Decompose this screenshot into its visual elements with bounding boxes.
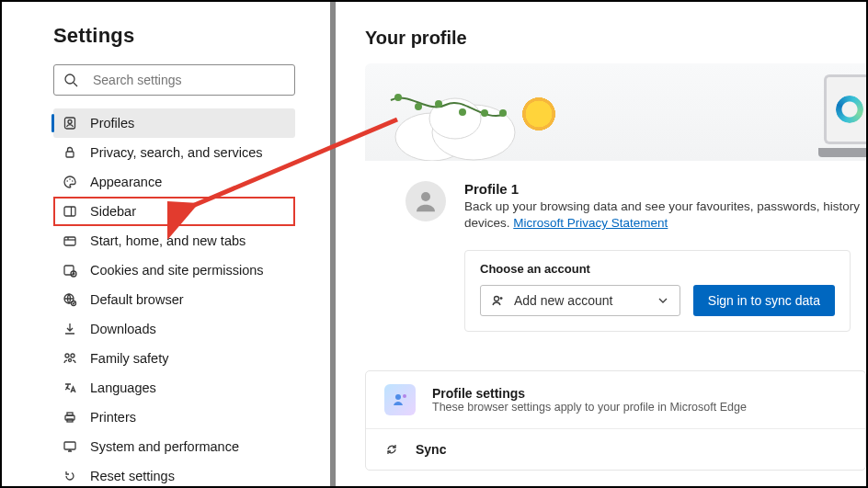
sidebar-item-label: Appearance <box>90 175 162 189</box>
svg-point-34 <box>495 297 499 301</box>
svg-point-0 <box>65 74 74 84</box>
svg-point-18 <box>71 354 74 357</box>
sync-row[interactable]: Sync <box>366 428 865 470</box>
svg-rect-10 <box>64 237 75 245</box>
svg-point-33 <box>421 192 430 201</box>
sidebar-item-label: Languages <box>90 380 156 395</box>
profile-name: Profile 1 <box>464 181 860 197</box>
sidebar-icon <box>63 204 77 219</box>
svg-line-1 <box>74 83 77 86</box>
svg-point-17 <box>65 354 69 357</box>
main-panel: Your profile Profile 1 Back u <box>336 2 866 486</box>
sidebar-item-label: Default browser <box>90 292 184 307</box>
svg-rect-21 <box>67 413 73 415</box>
sidebar-item-label: Profiles <box>90 116 134 131</box>
profile-icon <box>63 116 77 131</box>
edge-logo-icon <box>836 96 863 123</box>
sidebar-item-privacy[interactable]: Privacy, search, and services <box>53 138 295 167</box>
sidebar-item-start[interactable]: Start, home, and new tabs <box>53 226 295 255</box>
tabs-icon <box>63 233 77 248</box>
language-icon <box>63 380 77 395</box>
sidebar-item-cookies[interactable]: Cookies and site permissions <box>53 255 295 285</box>
cookies-icon <box>63 263 77 278</box>
family-icon <box>63 351 77 366</box>
profile-description: Back up your browsing data and see your … <box>464 199 860 232</box>
laptop-graphic <box>818 74 866 157</box>
reset-icon <box>63 469 77 483</box>
sidebar-item-label: Downloads <box>90 322 156 336</box>
svg-point-19 <box>69 359 72 362</box>
svg-point-29 <box>435 100 442 108</box>
settings-sidebar: Settings Profiles Privacy, search, and s… <box>2 2 328 486</box>
account-dropdown-label: Add new account <box>514 293 612 308</box>
sign-in-button[interactable]: Sign in to sync data <box>693 285 835 316</box>
choose-account-box: Choose an account Add new account Sign i… <box>464 250 851 332</box>
privacy-statement-link[interactable]: Microsoft Privacy Statement <box>513 216 668 230</box>
sidebar-item-profiles[interactable]: Profiles <box>53 108 295 138</box>
account-dropdown[interactable]: Add new account <box>480 285 680 316</box>
sidebar-item-label: Reset settings <box>90 469 175 483</box>
svg-point-32 <box>499 109 507 117</box>
sidebar-item-appearance[interactable]: Appearance <box>53 167 295 197</box>
cloud-graphic <box>382 82 538 161</box>
svg-point-6 <box>69 178 71 180</box>
svg-point-36 <box>403 394 406 398</box>
svg-point-27 <box>394 94 402 101</box>
svg-point-5 <box>66 180 68 182</box>
download-icon <box>63 322 77 336</box>
sidebar-item-languages[interactable]: Languages <box>53 373 295 403</box>
chevron-down-icon <box>656 293 670 308</box>
sidebar-item-sidebar[interactable]: Sidebar <box>53 197 295 226</box>
settings-nav: Profiles Privacy, search, and services A… <box>53 108 295 488</box>
sidebar-item-downloads[interactable]: Downloads <box>53 314 295 344</box>
person-add-icon <box>490 293 505 308</box>
profile-settings-title: Profile settings <box>432 386 747 401</box>
svg-point-7 <box>72 180 74 182</box>
sync-icon <box>384 442 399 457</box>
profile-settings-subtitle: These browser settings apply to your pro… <box>432 401 747 414</box>
lock-icon <box>63 145 77 160</box>
palette-icon <box>63 175 77 189</box>
svg-rect-4 <box>66 152 74 157</box>
svg-point-30 <box>459 108 466 116</box>
sidebar-item-system[interactable]: System and performance <box>53 432 295 461</box>
settings-title: Settings <box>53 24 295 48</box>
sidebar-item-reset[interactable]: Reset settings <box>53 461 295 488</box>
search-input[interactable] <box>93 73 285 87</box>
sidebar-item-label: Family safety <box>90 351 168 366</box>
profile-card: Profile 1 Back up your browsing data and… <box>365 161 866 352</box>
system-icon <box>63 439 77 454</box>
profile-hero-banner <box>365 63 866 161</box>
sidebar-item-family[interactable]: Family safety <box>53 344 295 373</box>
page-title: Your profile <box>365 28 866 49</box>
choose-account-heading: Choose an account <box>480 262 835 276</box>
sidebar-item-label: Cookies and site permissions <box>90 263 264 278</box>
search-icon <box>63 73 78 87</box>
sidebar-item-label: Sidebar <box>90 204 136 219</box>
sidebar-item-label: Privacy, search, and services <box>90 145 263 160</box>
svg-point-3 <box>68 120 72 124</box>
svg-rect-8 <box>64 207 75 216</box>
svg-rect-23 <box>64 442 75 449</box>
profile-settings-card: Profile settings These browser settings … <box>365 370 866 471</box>
browser-icon <box>63 292 77 307</box>
sidebar-item-printers[interactable]: Printers <box>53 403 295 432</box>
svg-point-31 <box>481 109 488 117</box>
avatar <box>405 181 446 221</box>
svg-point-28 <box>415 103 422 110</box>
sidebar-item-label: System and performance <box>90 439 239 454</box>
printer-icon <box>63 410 77 425</box>
sidebar-item-label: Printers <box>90 410 136 425</box>
sync-label: Sync <box>416 442 446 457</box>
sidebar-item-label: Start, home, and new tabs <box>90 233 246 248</box>
search-box[interactable] <box>53 64 295 96</box>
svg-point-35 <box>395 394 401 400</box>
sidebar-item-default-browser[interactable]: Default browser <box>53 285 295 314</box>
profile-settings-tile-icon <box>384 384 416 415</box>
profile-settings-header-row: Profile settings These browser settings … <box>366 371 865 428</box>
